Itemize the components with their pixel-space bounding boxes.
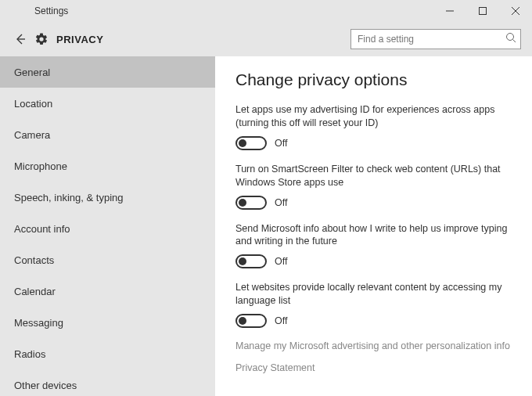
setting-2: Send Microsoft info about how I write to…: [235, 222, 512, 269]
toggle-knob: [239, 257, 246, 265]
svg-line-6: [513, 40, 516, 43]
back-arrow-icon: [14, 33, 27, 45]
svg-point-5: [507, 34, 514, 41]
sidebar-item-label: Messaging: [14, 317, 63, 329]
setting-3: Let websites provide locally relevant co…: [235, 281, 512, 328]
minimize-button[interactable]: [433, 0, 466, 22]
toggle-state-label: Off: [275, 197, 287, 208]
toggle-state-label: Off: [275, 256, 287, 267]
toggle-row: Off: [235, 254, 512, 268]
maximize-button[interactable]: [466, 0, 499, 22]
main-heading: Change privacy options: [235, 70, 512, 89]
sidebar-item-microphone[interactable]: Microphone: [0, 150, 215, 182]
main-panel: Change privacy options Let apps use my a…: [215, 56, 532, 396]
sidebar-item-label: Other devices: [14, 380, 77, 391]
sidebar-item-messaging[interactable]: Messaging: [0, 307, 215, 338]
search-input[interactable]: [350, 29, 521, 49]
toggle-switch[interactable]: [235, 254, 267, 268]
setting-1: Turn on SmartScreen Filter to check web …: [235, 163, 512, 210]
sidebar-item-account-info[interactable]: Account info: [0, 213, 215, 244]
titlebar: Settings: [0, 0, 532, 22]
toggle-state-label: Off: [275, 315, 287, 326]
window-title: Settings: [34, 5, 68, 16]
sidebar-item-label: Speech, inking, & typing: [14, 192, 123, 203]
search-wrap: [350, 29, 521, 49]
toggle-switch[interactable]: [235, 314, 267, 328]
maximize-icon: [479, 7, 487, 15]
link-0[interactable]: Manage my Microsoft advertising and othe…: [235, 340, 512, 351]
search-icon: [505, 32, 516, 46]
sidebar-item-other-devices[interactable]: Other devices: [0, 369, 215, 396]
toggle-row: Off: [235, 136, 512, 150]
sidebar-item-label: General: [14, 67, 50, 78]
sidebar-item-radios[interactable]: Radios: [0, 338, 215, 369]
toggle-state-label: Off: [275, 138, 287, 149]
minimize-icon: [446, 7, 454, 15]
setting-desc: Let websites provide locally relevant co…: [235, 281, 512, 308]
toggle-switch[interactable]: [235, 196, 267, 210]
sidebar-item-contacts[interactable]: Contacts: [0, 244, 215, 275]
setting-desc: Let apps use my advertising ID for exper…: [235, 103, 512, 130]
setting-desc: Send Microsoft info about how I write to…: [235, 222, 512, 249]
toggle-knob: [239, 139, 246, 147]
close-button[interactable]: [499, 0, 532, 22]
sidebar-item-label: Account info: [14, 223, 70, 235]
sidebar-item-label: Radios: [14, 348, 45, 360]
page-title: PRIVACY: [56, 34, 103, 45]
sidebar-item-calendar[interactable]: Calendar: [0, 275, 215, 307]
sidebar-item-label: Contacts: [14, 254, 54, 266]
sidebar: GeneralLocationCameraMicrophoneSpeech, i…: [0, 56, 215, 396]
gear-icon: [34, 32, 49, 46]
toggle-switch[interactable]: [235, 136, 267, 150]
header: PRIVACY: [0, 22, 532, 56]
toggle-knob: [239, 199, 246, 207]
link-1[interactable]: Privacy Statement: [235, 362, 512, 373]
sidebar-item-general[interactable]: General: [0, 56, 215, 88]
sidebar-item-label: Microphone: [14, 160, 67, 172]
sidebar-item-label: Location: [14, 98, 52, 110]
toggle-row: Off: [235, 196, 512, 210]
sidebar-item-camera[interactable]: Camera: [0, 119, 215, 150]
sidebar-item-label: Calendar: [14, 286, 56, 297]
sidebar-item-speech-inking-typing[interactable]: Speech, inking, & typing: [0, 182, 215, 213]
window-controls: [433, 0, 532, 22]
toggle-knob: [239, 317, 246, 325]
toggle-row: Off: [235, 314, 512, 328]
content: GeneralLocationCameraMicrophoneSpeech, i…: [0, 56, 532, 396]
close-icon: [512, 7, 519, 15]
sidebar-item-label: Camera: [14, 129, 50, 141]
back-button[interactable]: [11, 30, 30, 49]
svg-rect-1: [480, 8, 487, 15]
sidebar-item-location[interactable]: Location: [0, 88, 215, 119]
setting-desc: Turn on SmartScreen Filter to check web …: [235, 163, 512, 189]
setting-0: Let apps use my advertising ID for exper…: [235, 103, 512, 150]
